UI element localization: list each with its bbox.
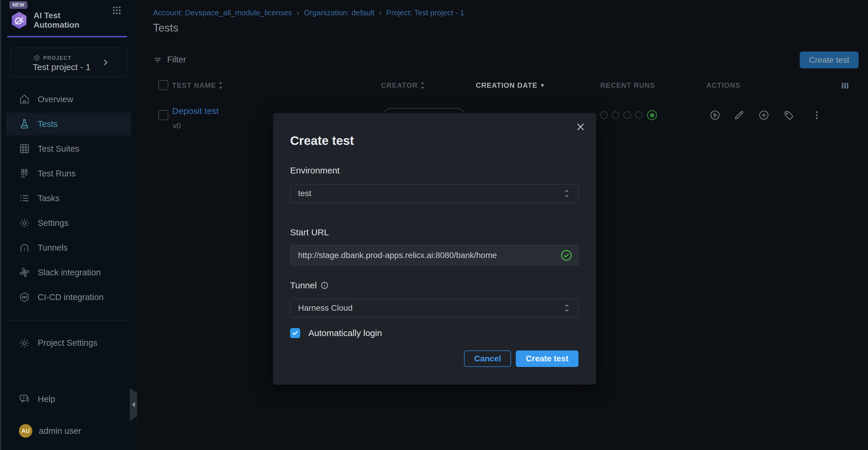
sidebar-item-label: Slack integration bbox=[38, 268, 101, 277]
home-icon bbox=[19, 94, 30, 105]
module-switcher-grid-icon[interactable] bbox=[112, 5, 122, 15]
select-chevrons-icon bbox=[563, 303, 570, 313]
sidebar-collapse-handle[interactable] bbox=[130, 388, 137, 421]
auto-login-checkbox-row[interactable]: Automatically login bbox=[290, 328, 382, 338]
sidebar-item-label: Test Runs bbox=[38, 169, 75, 178]
app-title: AI Test Automation bbox=[34, 11, 80, 30]
chevron-right-icon bbox=[101, 58, 110, 67]
gear-icon bbox=[19, 337, 30, 349]
create-test-submit-button[interactable]: Create test bbox=[516, 350, 579, 367]
user-menu[interactable]: AU admin user bbox=[6, 419, 131, 442]
sidebar: NEW AI Test Automation bbox=[0, 0, 137, 450]
sidebar-item-label: Tasks bbox=[38, 194, 59, 203]
sidebar-item-overview[interactable]: Overview bbox=[6, 88, 131, 111]
create-test-modal: Create test Environment test Start URL T… bbox=[273, 113, 596, 385]
avatar: AU bbox=[19, 424, 32, 438]
sidebar-item-cicd-integration[interactable]: CI-CD integration bbox=[6, 286, 131, 309]
environment-value: test bbox=[298, 189, 563, 198]
sidebar-item-label: CI-CD integration bbox=[38, 292, 103, 302]
project-name: Test project - 1 bbox=[33, 62, 91, 72]
sidebar-item-tunnels[interactable]: Tunnels bbox=[6, 236, 131, 259]
cancel-button[interactable]: Cancel bbox=[464, 350, 511, 367]
tunnel-select[interactable]: Harness Cloud bbox=[290, 299, 579, 317]
start-url-label: Start URL bbox=[290, 227, 329, 237]
sidebar-item-test-runs[interactable]: Test Runs bbox=[6, 162, 131, 185]
help-chat-icon: ? bbox=[19, 393, 30, 405]
sidebar-item-label: Settings bbox=[38, 218, 68, 228]
close-icon[interactable] bbox=[575, 121, 586, 133]
gear-icon bbox=[19, 217, 30, 228]
sidebar-footer: ? Help AU admin user bbox=[6, 388, 131, 450]
sidebar-item-label: Tests bbox=[38, 119, 58, 129]
app-root: NEW AI Test Automation bbox=[0, 0, 868, 450]
sidebar-item-label: Project Settings bbox=[38, 338, 97, 348]
sidebar-item-settings[interactable]: Settings bbox=[6, 212, 131, 234]
modal-actions: Cancel Create test bbox=[464, 350, 579, 367]
start-url-input[interactable] bbox=[290, 245, 579, 265]
project-eyebrow-label: PROJECT bbox=[43, 55, 71, 61]
sidebar-divider bbox=[7, 320, 130, 320]
sidebar-divider bbox=[7, 366, 130, 366]
environment-label: Environment bbox=[290, 166, 340, 175]
checkbox-checked-icon[interactable] bbox=[290, 328, 300, 338]
sidebar-item-label: Tunnels bbox=[38, 243, 68, 253]
user-name: admin user bbox=[39, 426, 81, 436]
sidebar-item-slack-integration[interactable]: Slack integration bbox=[6, 261, 131, 284]
cube-icon bbox=[33, 55, 40, 61]
grid-table-icon bbox=[19, 143, 30, 154]
help-button[interactable]: ? Help bbox=[6, 388, 131, 411]
sidebar-item-tests[interactable]: Tests bbox=[6, 113, 131, 136]
slack-icon bbox=[19, 267, 30, 278]
auto-login-label: Automatically login bbox=[308, 328, 382, 338]
cicd-hexagon-link-icon bbox=[19, 291, 30, 303]
brand-accent-divider bbox=[7, 36, 127, 37]
flask-icon bbox=[19, 118, 30, 130]
url-valid-check-icon bbox=[560, 249, 572, 261]
select-chevrons-icon bbox=[563, 188, 570, 199]
sidebar-item-test-suites[interactable]: Test Suites bbox=[6, 137, 131, 160]
sidebar-nav: Overview Tests Test Suites Test Runs Tas… bbox=[6, 88, 131, 377]
test-runs-icon bbox=[19, 168, 30, 179]
sidebar-item-label: Overview bbox=[38, 94, 73, 104]
sidebar-item-project-settings[interactable]: Project Settings bbox=[6, 332, 131, 355]
brand[interactable]: AI Test Automation bbox=[10, 10, 128, 30]
modal-title: Create test bbox=[290, 134, 354, 148]
window-edge-scrollbar[interactable] bbox=[0, 0, 1, 450]
svg-text:?: ? bbox=[22, 396, 25, 400]
tunnel-icon bbox=[19, 242, 30, 253]
project-selector[interactable]: PROJECT Test project - 1 bbox=[10, 48, 127, 77]
environment-select[interactable]: test bbox=[290, 184, 579, 203]
sidebar-item-label: Test Suites bbox=[38, 144, 80, 154]
ai-test-automation-logo-icon bbox=[10, 11, 28, 29]
tasks-list-icon bbox=[19, 193, 30, 204]
collapse-arrow-icon bbox=[132, 402, 135, 407]
tunnel-value: Harness Cloud bbox=[298, 303, 563, 313]
help-label: Help bbox=[38, 394, 55, 404]
new-badge: NEW bbox=[9, 1, 27, 9]
sidebar-item-tasks[interactable]: Tasks bbox=[6, 187, 131, 210]
info-icon[interactable] bbox=[320, 281, 329, 289]
tunnel-label: Tunnel bbox=[290, 280, 329, 290]
